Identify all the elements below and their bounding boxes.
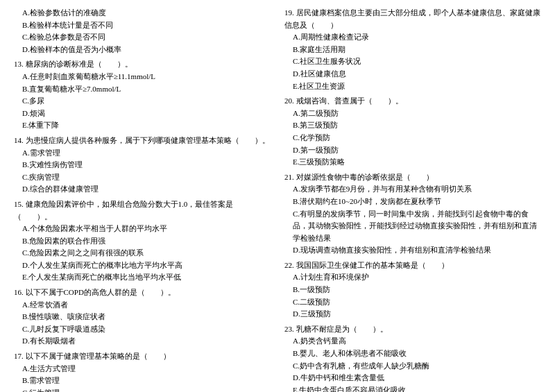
q17-title: 17. 以下不属于健康管理基本策略的是（ ） [14,350,271,363]
q22-opt-a: A.计划生育和环境保护 [284,271,541,284]
q19-opt-a: A.周期性健康检查记录 [284,31,541,44]
left-column: A.检验参数估计的准确度 B.检验样本统计量是否不同 C.检验总体参数是否不同 … [14,7,271,392]
q15-opt-e: E.个人发生某病而死亡的概率比当地平均水平低 [14,271,271,284]
q15-opt-d: D.个人发生某病而死亡的概率比地方平均水平高 [14,259,271,272]
q17-opt-c: C.行为管理 [14,387,271,392]
q14-opt-b: B.灾难性病伤管理 [14,159,271,171]
q16-title: 16. 以下不属于COPD的高危人群的是（ ）。 [14,287,271,299]
question-13: 13. 糖尿病的诊断标准是（ ）。 A.任意时刻血浆葡萄糖水平≥11.1mmol… [14,58,271,132]
option-a: A.检验参数估计的准确度 [14,7,271,19]
q20-opt-d: D.第一级预防 [284,144,541,157]
q21-opt-d: D.现场调查动物直接实验阳性，并有组别和直清学检验结果 [284,244,541,257]
question-17: 17. 以下不属于健康管理基本策略的是（ ） A.生活方式管理 B.需求管理 C… [14,350,271,392]
page: A.检验参数估计的准确度 B.检验样本统计量是否不同 C.检验总体参数是否不同 … [14,7,541,392]
question-20: 20. 戒烟咨询、普查属于（ ）。 A.第二级预防 B.第三级预防 C.化学预防… [284,95,541,169]
q14-opt-a: A.需求管理 [14,147,271,160]
q22-opt-b: B.一级预防 [284,284,541,296]
q23-opt-a: A.奶类含钙量高 [284,335,541,348]
q19-opt-e: E.社区卫生资源 [284,80,541,93]
q22-title: 22. 我国国际卫生保健工作的基本策略是（ ） [284,259,541,272]
q20-opt-b: B.第三级预防 [284,119,541,132]
question-16: 16. 以下不属于COPD的高危人群的是（ ）。 A.经常饮酒者 B.慢性咳嗽、… [14,287,271,348]
q16-opt-a: A.经常饮酒者 [14,299,271,312]
q20-opt-a: A.第二级预防 [284,108,541,120]
question-14: 14. 为患慢症病人提供各种服务，属于下列哪项健康管理基本策略（ ）。 A.需求… [14,135,271,196]
right-column: 19. 居民健康档案信息主要由三大部分组成，即个人基本健康信息、家庭健康信息及（… [284,7,541,392]
q15-opt-a: A.个体危险因素水平相当于人群的平均水平 [14,223,271,235]
question-21: 21. 对媒源性食物中毒的诊断依据是（ ） A.发病季节都在9月份，并与有用某种… [284,171,541,257]
q19-title: 19. 居民健康档案信息主要由三大部分组成，即个人基本健康信息、家庭健康信息及（… [284,7,541,31]
content-columns: A.检验参数估计的准确度 B.检验样本统计量是否不同 C.检验总体参数是否不同 … [14,7,541,392]
q23-opt-c: C.奶中含有乳糖，有些成年人缺少乳糖酶 [284,360,541,373]
question-23: 23. 乳糖不耐症是为（ ）。 A.奶类含钙量高 B.婴儿、老人和体弱患者不能吸… [284,323,541,392]
question-22: 22. 我国国际卫生保健工作的基本策略是（ ） A.计划生育和环境保护 B.一级… [284,259,541,321]
q23-opt-d: D.牛奶中钙和维生素含量低 [284,372,541,384]
q19-opt-d: D.社区健康信息 [284,68,541,80]
question-15: 15. 健康危险因素评价中，如果组合危险分数大于1.0，最佳答案是（ ）。 A.… [14,198,271,284]
q23-title: 23. 乳糖不耐症是为（ ）。 [284,323,541,336]
q13-opt-a: A.任意时刻血浆葡萄糖水平≥11.1mmol/L [14,71,271,83]
q21-opt-a: A.发病季节都在9月份，并与有用某种含物有明切关系 [284,183,541,196]
q23-opt-b: B.婴儿、老人和体弱患者不能吸收 [284,348,541,360]
q13-title: 13. 糖尿病的诊断标准是（ ）。 [14,58,271,71]
q22-opt-c: C.二级预防 [284,296,541,309]
q16-opt-c: C.儿时反复下呼吸道感染 [14,323,271,336]
q17-opt-b: B.需求管理 [14,375,271,387]
q19-opt-c: C.社区卫生服务状况 [284,56,541,68]
q19-opt-b: B.家庭生活用期 [284,44,541,56]
q14-title: 14. 为患慢症病人提供各种服务，属于下列哪项健康管理基本策略（ ）。 [14,135,271,147]
q21-opt-b: B.潜伏期约在10~20小时，发病都在夏秋季节 [284,196,541,208]
q15-opt-c: C.危险因素之间之之间有很强的联系 [14,247,271,259]
q23-opt-e: E.牛奶中含蛋白质不容易消化吸收 [284,384,541,392]
q22-opt-d: D.三级预防 [284,308,541,321]
q20-opt-c: C.化学预防 [284,132,541,144]
q17-opt-a: A.生活方式管理 [14,363,271,375]
option-c: C.检验总体参数是否不同 [14,31,271,44]
q14-opt-c: C.疾病管理 [14,171,271,184]
q13-opt-b: B.直复葡萄糖水平≥7.0mmol/L [14,83,271,96]
q16-opt-d: D.有长期吸烟者 [14,335,271,348]
q14-opt-d: D.综合的群体健康管理 [14,183,271,196]
q15-opt-b: B.危险因素的联合作用强 [14,235,271,248]
q20-opt-e: E.三级预防策略 [284,156,541,169]
q15-title: 15. 健康危险因素评价中，如果组合危险分数大于1.0，最佳答案是（ ）。 [14,198,271,223]
q13-opt-c: C.多尿 [14,95,271,108]
q20-title: 20. 戒烟咨询、普查属于（ ）。 [284,95,541,108]
q21-title: 21. 对媒源性食物中毒的诊断依据是（ ） [284,171,541,184]
question-19: 19. 居民健康档案信息主要由三大部分组成，即个人基本健康信息、家庭健康信息及（… [284,7,541,92]
continuation-options: A.检验参数估计的准确度 B.检验样本统计量是否不同 C.检验总体参数是否不同 … [14,7,271,56]
q13-opt-d: D.烦渴 [14,108,271,120]
option-b: B.检验样本统计量是否不同 [14,19,271,32]
q21-opt-c: C.有明显的发病季节，同一时间集中发病，并能找到引起食物中毒的食品，其动物实验阳… [284,208,541,245]
option-d: D.检验样本的值是否为小概率 [14,44,271,56]
q13-opt-e: E.体重下降 [14,119,271,132]
q16-opt-b: B.慢性咳嗽、咳痰症状者 [14,311,271,323]
